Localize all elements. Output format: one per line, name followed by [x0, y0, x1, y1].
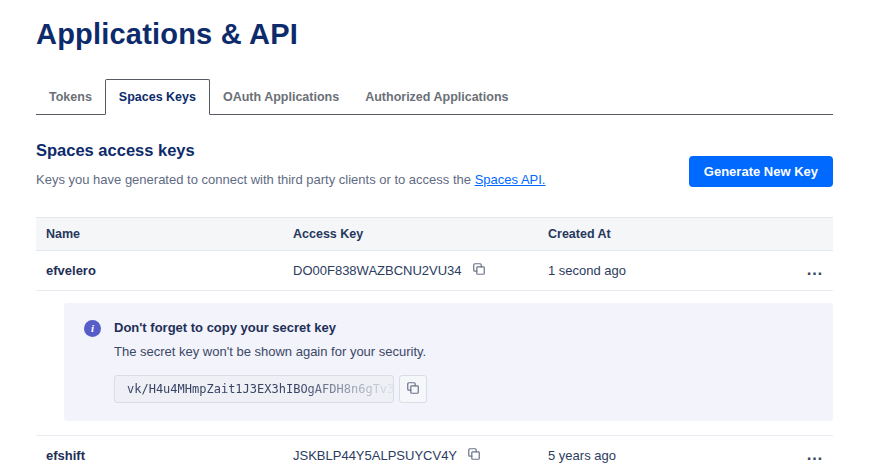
copy-icon: [406, 381, 420, 398]
created-at-value: 1 second ago: [548, 263, 783, 278]
copy-access-key-button[interactable]: [472, 262, 486, 279]
info-icon: i: [84, 320, 101, 337]
generate-new-key-button[interactable]: Generate New Key: [689, 156, 833, 187]
table-row: efvelero DO00F838WAZBCNU2VU34 1 second a…: [36, 251, 833, 291]
tab-bar: Tokens Spaces Keys OAuth Applications Au…: [36, 79, 833, 115]
access-key-value: DO00F838WAZBCNU2VU34: [293, 263, 462, 278]
secret-key-value: vk/H4u4MHmpZait1J3EX3hIBOgAFDH8n6gTv3H: [114, 375, 394, 403]
access-key-value: JSKBLP44Y5ALPSUYCV4Y: [293, 448, 457, 463]
copy-icon: [472, 262, 486, 279]
tab-oauth-applications[interactable]: OAuth Applications: [210, 80, 352, 114]
secret-key-row: vk/H4u4MHmpZait1J3EX3hIBOgAFDH8n6gTv3H: [114, 375, 427, 403]
spaces-api-link[interactable]: Spaces API.: [475, 172, 546, 187]
row-actions-menu-button[interactable]: …: [806, 265, 823, 275]
keys-table: Name Access Key Created At efvelero DO00…: [36, 217, 833, 471]
page-container: Applications & API Tokens Spaces Keys OA…: [0, 18, 869, 471]
header-created-at: Created At: [548, 227, 783, 241]
tab-authorized-applications[interactable]: Authorized Applications: [352, 80, 521, 114]
row-actions-menu-button[interactable]: …: [806, 450, 823, 460]
copy-access-key-button[interactable]: [467, 447, 481, 464]
tab-spaces-keys[interactable]: Spaces Keys: [105, 79, 210, 115]
secret-key-notice-row: i Don't forget to copy your secret key T…: [36, 291, 833, 436]
copy-secret-key-button[interactable]: [399, 375, 427, 403]
notice-body: The secret key won't be shown again for …: [114, 344, 427, 359]
header-name: Name: [46, 227, 293, 241]
tab-tokens[interactable]: Tokens: [36, 80, 105, 114]
header-access-key: Access Key: [293, 227, 548, 241]
spaces-keys-section: Spaces access keys Keys you have generat…: [36, 141, 833, 187]
copy-icon: [467, 447, 481, 464]
secret-key-text: vk/H4u4MHmpZait1J3EX3hIBOgAFDH8n6gTv3H: [127, 382, 394, 396]
ellipsis-icon: …: [806, 260, 823, 279]
table-row: efshift JSKBLP44Y5ALPSUYCV4Y 5 years ago…: [36, 436, 833, 471]
table-header-row: Name Access Key Created At: [36, 217, 833, 251]
notice-content: Don't forget to copy your secret key The…: [114, 319, 427, 403]
section-description-text: Keys you have generated to connect with …: [36, 172, 475, 187]
page-title: Applications & API: [36, 18, 833, 51]
key-name: efshift: [46, 448, 293, 463]
notice-title: Don't forget to copy your secret key: [114, 320, 427, 335]
key-name: efvelero: [46, 263, 293, 278]
created-at-value: 5 years ago: [548, 448, 783, 463]
ellipsis-icon: …: [806, 445, 823, 464]
secret-key-notice: i Don't forget to copy your secret key T…: [64, 303, 833, 421]
